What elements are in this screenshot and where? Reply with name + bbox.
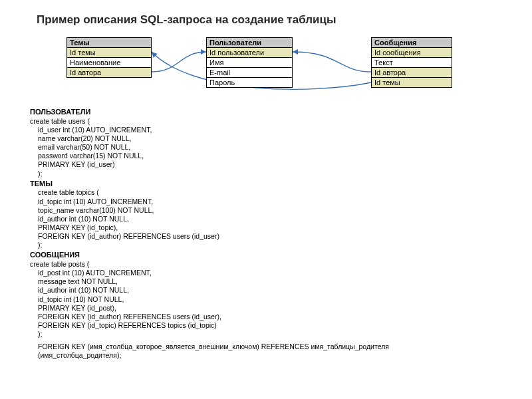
sql-line: PRIMARY KEY (id_topic), <box>30 223 532 232</box>
sql-line: FOREIGN KEY (id_author) REFERENCES users… <box>30 232 532 241</box>
sql-heading-users: ПОЛЬЗОВАТЕЛИ <box>30 108 532 117</box>
table-users: Пользователи Id пользователи Имя E-mail … <box>206 37 293 88</box>
table-topics-row: Наименование <box>66 58 152 68</box>
table-posts-header: Сообщения <box>371 37 452 48</box>
sql-line: PRIMARY KEY (id_user) <box>30 160 532 169</box>
table-topics-row: Id автора <box>66 68 152 78</box>
table-users-row: E-mail <box>206 68 293 78</box>
table-users-row: Пароль <box>206 78 293 88</box>
sql-line: name varchar(20) NOT NULL, <box>30 134 532 143</box>
table-posts-row: Id автора <box>371 68 452 78</box>
sql-line: id_user int (10) AUTO_INCREMENT, <box>30 126 532 134</box>
sql-content: ПОЛЬЗОВАТЕЛИ create table users ( id_use… <box>30 108 532 360</box>
sql-line: FOREIGN KEY (id_author) REFERENCES users… <box>30 313 532 321</box>
table-topics-row: Id темы <box>66 48 152 58</box>
sql-line: id_topic int (10) NOT NULL, <box>30 295 532 304</box>
table-users-row: Имя <box>206 58 293 68</box>
sql-line: create table posts ( <box>30 260 532 269</box>
er-diagram: Темы Id темы Наименование Id автора Поль… <box>27 36 505 102</box>
sql-heading-posts: СООБЩЕНИЯ <box>30 251 532 260</box>
table-posts-row: Текст <box>371 58 452 68</box>
sql-line: password varchar(15) NOT NULL, <box>30 152 532 160</box>
sql-line: id_post int (10) AUTO_INCREMENT, <box>30 269 532 277</box>
table-topics-header: Темы <box>66 37 152 48</box>
sql-line: ); <box>30 170 532 178</box>
table-users-header: Пользователи <box>206 37 293 48</box>
table-users-row: Id пользователи <box>206 48 293 58</box>
table-posts-row: Id темы <box>371 78 452 88</box>
sql-line: ); <box>30 330 532 338</box>
sql-line: FOREIGN KEY (id_topic) REFERENCES topics… <box>30 321 532 330</box>
table-topics: Темы Id темы Наименование Id автора <box>66 37 152 78</box>
sql-line: ); <box>30 241 532 249</box>
sql-line: message text NOT NULL, <box>30 277 532 286</box>
page-title: Пример описания SQL-запроса на создание … <box>37 13 532 27</box>
sql-line: id_author int (10) NOT NULL, <box>30 286 532 295</box>
sql-line: create table users ( <box>30 117 532 126</box>
sql-line: id_topic int (10) AUTO_INCREMENT, <box>30 198 532 206</box>
sql-line: email varchar(50) NOT NULL, <box>30 143 532 152</box>
foreign-key-syntax-note: FOREIGN KEY (имя_столбца_которое_являетс… <box>30 342 464 360</box>
sql-line: topic_name varchar(100) NOT NULL, <box>30 206 532 215</box>
sql-line: create table topics ( <box>30 188 532 197</box>
sql-heading-topics: ТЕМЫ <box>30 180 532 189</box>
table-posts: Сообщения Id сообщения Текст Id автора I… <box>371 37 452 88</box>
sql-line: id_author int (10) NOT NULL, <box>30 215 532 223</box>
sql-line: PRIMARY KEY (id_post), <box>30 304 532 313</box>
table-posts-row: Id сообщения <box>371 48 452 58</box>
